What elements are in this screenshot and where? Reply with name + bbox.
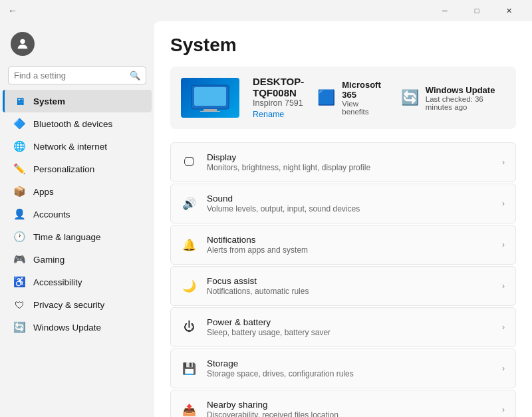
settings-item-nearby[interactable]: 📤 Nearby sharing Discoverability, receiv…	[170, 390, 516, 417]
card-action-text-winupdate: Windows Update Last checked: 36 minutes …	[426, 85, 505, 111]
sidebar-label-bluetooth: Bluetooth & devices	[33, 119, 112, 129]
settings-item-storage[interactable]: 💾 Storage Storage space, drives, configu…	[170, 348, 516, 388]
settings-text-focus: Focus assist Notifications, automatic ru…	[207, 276, 491, 296]
settings-item-power[interactable]: ⏻ Power & battery Sleep, battery usage, …	[170, 307, 516, 347]
settings-icon-sound: 🔊	[182, 196, 196, 211]
sidebar-icon-privacy: 🛡	[13, 299, 25, 311]
sidebar-label-privacy: Privacy & security	[33, 300, 104, 310]
settings-item-display[interactable]: 🖵 Display Monitors, brightness, night li…	[170, 142, 516, 182]
chevron-right-icon-nearby: ›	[502, 405, 505, 414]
title-bar-controls: ─ □ ✕	[430, 0, 524, 21]
sidebar: 🔍 🖥 System 🔷 Bluetooth & devices 🌐 Netwo…	[0, 21, 154, 417]
settings-icon-focus: 🌙	[182, 279, 196, 293]
settings-icon-storage: 💾	[182, 361, 196, 376]
card-actions: 🟦 Microsoft 365 View benefits 🔄 Windows …	[317, 80, 505, 116]
title-bar-left: ←	[8, 5, 24, 16]
settings-title-power: Power & battery	[207, 317, 491, 327]
sidebar-icon-bluetooth: 🔷	[13, 118, 25, 130]
settings-title-sound: Sound	[207, 194, 491, 204]
settings-icon-notifications: 🔔	[182, 237, 196, 252]
settings-text-display: Display Monitors, brightness, night ligh…	[207, 152, 491, 172]
sidebar-icon-accounts: 👤	[13, 208, 25, 220]
settings-text-notifications: Notifications Alerts from apps and syste…	[207, 235, 491, 255]
sidebar-icon-apps: 📦	[13, 186, 25, 198]
sidebar-label-time: Time & language	[33, 232, 101, 242]
avatar[interactable]	[11, 32, 35, 56]
settings-subtitle-notifications: Alerts from apps and system	[207, 245, 491, 255]
settings-list: 🖵 Display Monitors, brightness, night li…	[170, 142, 516, 417]
settings-item-notifications[interactable]: 🔔 Notifications Alerts from apps and sys…	[170, 225, 516, 265]
main-content: System DESKTOP-TQF008N Inspiron 7591 Ren…	[154, 21, 532, 417]
back-icon[interactable]: ←	[8, 5, 17, 16]
chevron-right-icon-focus: ›	[502, 281, 505, 291]
card-action-icon-ms365: 🟦	[317, 87, 335, 108]
search-input[interactable]	[14, 70, 130, 80]
card-action-subtitle-winupdate: Last checked: 36 minutes ago	[426, 95, 505, 111]
card-action-title-ms365: Microsoft 365	[342, 80, 385, 100]
title-bar: ← ─ □ ✕	[0, 0, 532, 21]
maximize-button[interactable]: □	[462, 0, 492, 21]
settings-item-focus[interactable]: 🌙 Focus assist Notifications, automatic …	[170, 266, 516, 306]
sidebar-label-apps: Apps	[33, 187, 54, 197]
search-icon[interactable]: 🔍	[130, 70, 140, 80]
rename-link[interactable]: Rename	[253, 110, 284, 119]
sidebar-label-personalization: Personalization	[33, 164, 94, 174]
sidebar-item-apps[interactable]: 📦 Apps	[3, 180, 152, 203]
sidebar-icon-update: 🔄	[13, 321, 25, 333]
settings-subtitle-focus: Notifications, automatic rules	[207, 287, 491, 296]
settings-title-nearby: Nearby sharing	[207, 400, 491, 410]
sidebar-item-accessibility[interactable]: ♿ Accessibility	[3, 271, 152, 293]
chevron-right-icon-sound: ›	[502, 199, 505, 208]
close-button[interactable]: ✕	[493, 0, 524, 21]
settings-subtitle-display: Monitors, brightness, night light, displ…	[207, 163, 491, 172]
sidebar-label-accessibility: Accessibility	[33, 277, 82, 287]
sidebar-label-system: System	[33, 96, 65, 106]
sidebar-icon-time: 🕐	[13, 231, 25, 243]
computer-thumbnail	[181, 78, 239, 118]
sidebar-item-network[interactable]: 🌐 Network & internet	[3, 135, 152, 158]
settings-subtitle-sound: Volume levels, output, input, sound devi…	[207, 204, 491, 213]
sidebar-item-accounts[interactable]: 👤 Accounts	[3, 203, 152, 225]
page-title: System	[170, 35, 516, 56]
settings-icon-display: 🖵	[182, 155, 196, 170]
card-action-icon-winupdate: 🔄	[401, 87, 419, 108]
sidebar-item-time[interactable]: 🕐 Time & language	[3, 225, 152, 248]
settings-item-sound[interactable]: 🔊 Sound Volume levels, output, input, so…	[170, 184, 516, 223]
sidebar-label-network: Network & internet	[33, 142, 107, 152]
svg-rect-2	[194, 87, 226, 106]
sidebar-item-update[interactable]: 🔄 Windows Update	[3, 316, 152, 339]
svg-point-0	[20, 39, 25, 44]
sidebar-item-system[interactable]: 🖥 System	[3, 90, 152, 112]
sidebar-item-gaming[interactable]: 🎮 Gaming	[3, 248, 152, 271]
card-action-ms365[interactable]: 🟦 Microsoft 365 View benefits	[317, 80, 385, 116]
settings-subtitle-nearby: Discoverability, received files location	[207, 410, 491, 417]
settings-text-nearby: Nearby sharing Discoverability, received…	[207, 400, 491, 417]
sidebar-icon-gaming: 🎮	[13, 253, 25, 265]
card-action-subtitle-ms365: View benefits	[342, 100, 385, 116]
sidebar-item-personalization[interactable]: ✏️ Personalization	[3, 158, 152, 180]
settings-text-sound: Sound Volume levels, output, input, soun…	[207, 194, 491, 213]
settings-text-storage: Storage Storage space, drives, configura…	[207, 358, 491, 378]
computer-info-card: DESKTOP-TQF008N Inspiron 7591 Rename 🟦 M…	[170, 67, 516, 129]
app-body: 🔍 🖥 System 🔷 Bluetooth & devices 🌐 Netwo…	[0, 21, 532, 417]
chevron-right-icon-display: ›	[502, 158, 505, 167]
sidebar-item-bluetooth[interactable]: 🔷 Bluetooth & devices	[3, 112, 152, 135]
card-action-text-ms365: Microsoft 365 View benefits	[342, 80, 385, 116]
search-box[interactable]: 🔍	[8, 67, 146, 84]
sidebar-item-privacy[interactable]: 🛡 Privacy & security	[3, 293, 152, 316]
sidebar-label-gaming: Gaming	[33, 255, 65, 265]
card-action-winupdate[interactable]: 🔄 Windows Update Last checked: 36 minute…	[401, 80, 505, 116]
chevron-right-icon-storage: ›	[502, 364, 505, 373]
svg-rect-3	[203, 109, 217, 111]
sidebar-nav: 🖥 System 🔷 Bluetooth & devices 🌐 Network…	[0, 90, 154, 339]
chevron-right-icon-power: ›	[502, 323, 505, 332]
svg-rect-4	[200, 111, 220, 112]
settings-title-focus: Focus assist	[207, 276, 491, 286]
settings-icon-nearby: 📤	[182, 402, 196, 417]
sidebar-icon-personalization: ✏️	[13, 163, 25, 175]
settings-subtitle-storage: Storage space, drives, configuration rul…	[207, 369, 491, 378]
settings-text-power: Power & battery Sleep, battery usage, ba…	[207, 317, 491, 337]
profile-area	[0, 27, 154, 64]
minimize-button[interactable]: ─	[430, 0, 460, 21]
card-action-title-winupdate: Windows Update	[426, 85, 505, 95]
